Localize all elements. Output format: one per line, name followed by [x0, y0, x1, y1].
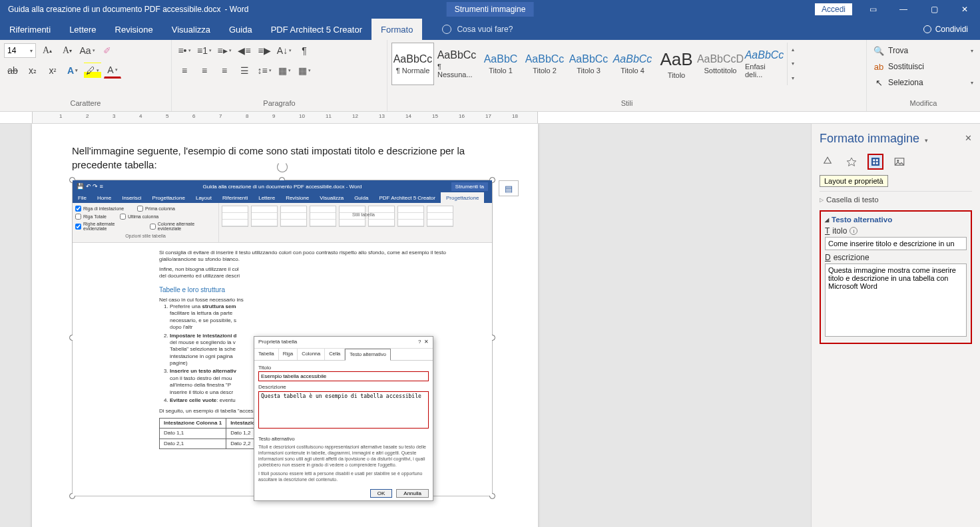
numbering-icon[interactable]: ≡1: [196, 43, 213, 59]
group-label-styles: Stili: [391, 99, 862, 108]
ribbon-tab-active[interactable]: Formato: [371, 19, 422, 40]
highlight-icon[interactable]: 🖊: [84, 63, 101, 79]
share-icon: [923, 25, 931, 33]
styles-gallery[interactable]: AaBbCc¶ Normale AaBbCc¶ Nessuna... AaBbC…: [391, 43, 862, 85]
replace-icon: ab: [873, 62, 884, 72]
style-item[interactable]: AaBbCcTitolo 2: [523, 43, 566, 85]
minimize-icon[interactable]: —: [888, 0, 919, 19]
maximize-icon[interactable]: ▢: [919, 0, 949, 19]
replace-button[interactable]: abSostituisci: [871, 59, 976, 75]
format-picture-pane: Formato immagine ✕ Layout e proprietà ▷C…: [811, 124, 980, 527]
shading-icon[interactable]: ▦: [276, 63, 293, 79]
app-name: - Word: [225, 5, 249, 14]
ribbon-tab[interactable]: Revisione: [106, 19, 162, 40]
subscript-icon[interactable]: x₂: [24, 63, 41, 79]
layout-options-button[interactable]: ▤: [499, 180, 519, 196]
tooltip: Layout e proprietà: [820, 175, 888, 187]
close-icon[interactable]: ✕: [949, 0, 980, 19]
show-hide-icon[interactable]: ¶: [296, 43, 313, 59]
group-label-paragraph: Paragrafo: [176, 99, 383, 108]
pane-title: Formato immagine: [820, 132, 972, 146]
pane-menu-button[interactable]: [919, 132, 928, 146]
svg-rect-0: [871, 158, 879, 166]
ribbon-tab[interactable]: Riferimenti: [0, 19, 60, 40]
strike-icon[interactable]: ab: [4, 63, 21, 79]
font-size-combo[interactable]: 14▾: [4, 43, 36, 58]
align-left-icon[interactable]: ≡: [176, 63, 193, 79]
ribbon-tab[interactable]: PDF Architect 5 Creator: [262, 19, 371, 40]
select-icon: ↖: [873, 78, 884, 88]
group-label-editing: Modifica: [871, 99, 976, 108]
borders-icon[interactable]: ▦: [296, 63, 313, 79]
group-label-font: Carattere: [4, 99, 167, 108]
multilevel-icon[interactable]: ≡▸: [216, 43, 233, 59]
document-page[interactable]: Nell'immagine seguente, l'esempio di com…: [32, 124, 538, 527]
alt-desc-label: Descrizione: [825, 253, 967, 262]
styles-more-button[interactable]: ▴▾▾: [787, 43, 798, 85]
ribbon-tabs: Riferimenti Lettere Revisione Visualizza…: [0, 19, 980, 40]
pane-close-button[interactable]: ✕: [965, 133, 972, 143]
svg-rect-4: [876, 162, 878, 164]
tell-me-label: Cosa vuoi fare?: [457, 25, 513, 34]
selected-image-object[interactable]: ▤ 💾 ↶ ↷ ≡ Guida alla creazione di un doc…: [72, 180, 493, 496]
select-button[interactable]: ↖Seleziona▾: [871, 75, 976, 90]
alt-text-section-highlight: ◢Testo alternativo Titoloi Descrizione Q…: [820, 210, 972, 344]
align-center-icon[interactable]: ≡: [196, 63, 213, 79]
alt-desc-textarea[interactable]: Questa immagine mostra come inserire tit…: [825, 264, 967, 337]
style-item[interactable]: AaBbCc¶ Normale: [391, 43, 434, 85]
share-button[interactable]: Condividi: [923, 25, 968, 34]
clear-formatting-icon[interactable]: ✐: [99, 43, 116, 59]
inc-indent-icon[interactable]: ≡▶: [256, 43, 273, 59]
style-item[interactable]: AaBbCcTitolo 3: [567, 43, 610, 85]
alt-title-input[interactable]: [825, 237, 967, 250]
grow-font-icon[interactable]: A▴: [39, 43, 56, 59]
rotate-handle-icon[interactable]: [277, 162, 288, 172]
ruler[interactable]: 123456789101112131415161718: [0, 112, 980, 124]
style-item[interactable]: AaBbCc¶ Nessuna...: [435, 43, 478, 85]
context-tab-group: Strumenti immagine: [447, 2, 534, 17]
svg-rect-2: [876, 159, 878, 161]
ribbon-display-icon[interactable]: ▭: [858, 0, 888, 19]
svg-point-6: [897, 160, 899, 162]
effects-tab-icon[interactable]: [844, 154, 859, 170]
share-label: Condividi: [935, 25, 968, 34]
bullets-icon[interactable]: ≡•: [176, 43, 193, 59]
section-alt-text[interactable]: ◢Testo alternativo: [825, 216, 967, 224]
fill-line-tab-icon[interactable]: [820, 154, 836, 170]
style-item[interactable]: AaBbCcEnfasi deli...: [743, 43, 786, 85]
style-item[interactable]: AaBbCTitolo 1: [479, 43, 522, 85]
line-spacing-icon[interactable]: ↕≡: [256, 63, 273, 79]
find-button[interactable]: 🔍Trova▾: [871, 43, 976, 59]
style-item[interactable]: AaBbCcTitolo 4: [611, 43, 654, 85]
info-icon[interactable]: i: [850, 227, 858, 235]
align-right-icon[interactable]: ≡: [216, 63, 233, 79]
ribbon: 14▾ A▴ A▾ Aa ✐ ab x₂ x² A 🖊 A Carattere …: [0, 40, 980, 112]
layout-properties-tab-icon[interactable]: [867, 154, 883, 170]
sort-icon[interactable]: A↓: [276, 43, 293, 59]
svg-rect-3: [873, 162, 875, 164]
title-bar: Guida alla creazione di un documento PDF…: [0, 0, 980, 19]
lightbulb-icon: [442, 25, 451, 34]
section-textbox[interactable]: ▷Casella di testo: [820, 196, 972, 204]
tell-me-search[interactable]: Cosa vuoi fare?: [442, 25, 513, 34]
dec-indent-icon[interactable]: ◀≡: [236, 43, 253, 59]
font-color-icon[interactable]: A: [104, 63, 121, 79]
shrink-font-icon[interactable]: A▾: [59, 43, 76, 59]
find-icon: 🔍: [873, 46, 884, 56]
ribbon-tab[interactable]: Guida: [220, 19, 262, 40]
document-title: Guida alla creazione di un documento PDF…: [8, 5, 221, 14]
ribbon-tab[interactable]: Lettere: [60, 19, 105, 40]
ribbon-tab[interactable]: Visualizza: [162, 19, 220, 40]
style-item[interactable]: AaBbCcDSottotitolo: [699, 43, 742, 85]
embedded-screenshot: 💾 ↶ ↷ ≡ Guida alla creazione di un docum…: [73, 180, 492, 496]
superscript-icon[interactable]: x²: [44, 63, 61, 79]
justify-icon[interactable]: ☰: [236, 63, 253, 79]
picture-tab-icon[interactable]: [891, 154, 907, 170]
change-case-icon[interactable]: Aa: [79, 43, 96, 59]
text-effects-icon[interactable]: A: [64, 63, 81, 79]
svg-rect-1: [873, 159, 875, 161]
style-item[interactable]: AaBTitolo: [655, 43, 698, 85]
sign-in-button[interactable]: Accedi: [815, 3, 852, 15]
alt-title-label: Titoloi: [825, 226, 967, 236]
